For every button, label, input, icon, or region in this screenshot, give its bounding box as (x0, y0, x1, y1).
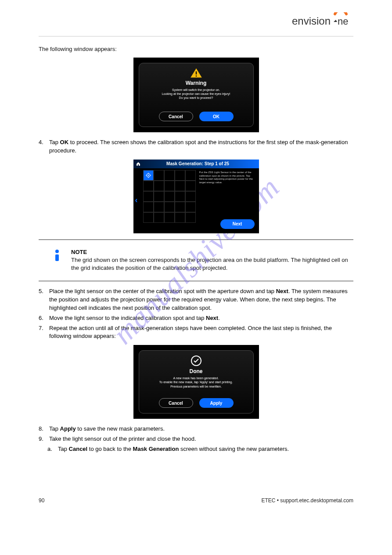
info-bottom-divider (39, 281, 353, 281)
step-4: 4. Tap OK to proceed. The screen shows t… (39, 138, 353, 155)
done-cancel-button[interactable]: Cancel (159, 398, 193, 408)
step-9: 9. Take the light sensor out of the prin… (39, 435, 353, 443)
cancel-button[interactable]: Cancel (159, 112, 193, 121)
step-8: 8. Tap Apply to save the new mask parame… (39, 425, 353, 433)
mask-gen-title: Mask Generation: Step 1 of 25 (144, 161, 259, 166)
warning-title: Warning (186, 80, 207, 86)
svg-rect-11 (55, 254, 59, 261)
ok-button[interactable]: OK (199, 112, 234, 121)
next-button[interactable]: Next (220, 219, 255, 229)
done-title: Done (190, 368, 203, 374)
step-6: 6. Move the light sensor to the indicate… (39, 314, 353, 323)
svg-text:envision: envision (292, 15, 331, 27)
warning-screenshot: Warning System will switch the projector… (133, 58, 259, 132)
grid-cell-active (143, 170, 154, 181)
intro-text: The following window appears: (39, 45, 353, 53)
mask-generation-screenshot: Mask Generation: Step 1 of 25 ‹ (133, 160, 259, 233)
target-icon (146, 173, 151, 178)
page-number: 90 (39, 497, 44, 504)
svg-rect-2 (195, 72, 196, 75)
back-chevron-icon[interactable]: ‹ (135, 196, 138, 205)
svg-text:ne: ne (338, 16, 348, 27)
step-7: 7. Repeat the action until all of the ma… (39, 324, 353, 341)
note-heading: NOTE (71, 249, 353, 255)
done-message: A new mask has been generated. To enable… (159, 376, 233, 388)
svg-rect-3 (195, 76, 196, 76)
done-screenshot: Done A new mask has been generated. To e… (133, 345, 259, 419)
home-icon[interactable] (136, 162, 140, 166)
apply-button[interactable]: Apply (199, 398, 234, 408)
footer-text: ETEC • support.etec.desktopmetal.com (261, 497, 353, 504)
info-icon (52, 249, 62, 264)
note-body: The grid shown on the screen corresponds… (71, 256, 353, 272)
calibration-grid (143, 170, 196, 223)
brand-logo: envision ne (292, 12, 353, 28)
check-circle-icon (191, 355, 202, 366)
warning-message: System will switch the projector on. Loo… (162, 88, 230, 100)
svg-point-10 (55, 250, 59, 253)
info-top-divider (39, 239, 353, 240)
step-a: a. Tap Cancel to go back to the Mask Gen… (47, 445, 353, 453)
step-5: 5. Place the light sensor on the center … (39, 287, 353, 312)
note-box: NOTE The grid shown on the screen corres… (39, 246, 353, 275)
svg-point-5 (147, 175, 148, 176)
warning-icon (190, 68, 202, 78)
header-divider (39, 36, 353, 36)
